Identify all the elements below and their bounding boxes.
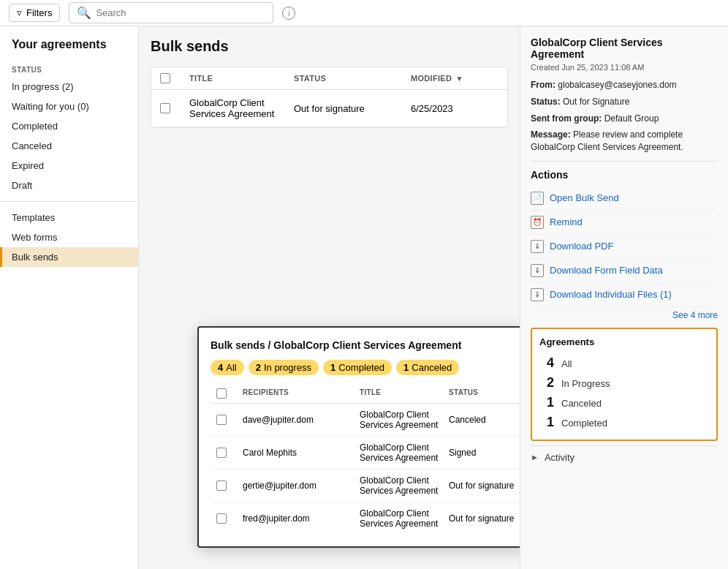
agreements-count-all: 4 xyxy=(539,355,554,371)
sidebar-item-completed[interactable]: Completed xyxy=(0,116,138,136)
sidebar-item-waiting[interactable]: Waiting for you (0) xyxy=(0,97,138,116)
topbar: ▿ Filters 🔍 i xyxy=(0,0,728,26)
filter-tab-all[interactable]: 4 All xyxy=(211,360,244,375)
rp-status: Status: Out for Signature xyxy=(531,96,718,108)
popup-row-3-checkbox[interactable] xyxy=(216,513,227,524)
popup-row-2-recipient: gertie@jupiter.dom xyxy=(243,481,360,491)
row-status: Out for signature xyxy=(294,103,411,114)
popup-row-3-recipient: fred@jupiter.dom xyxy=(243,513,360,524)
rp-action-label-individual: Download Individual Files (1) xyxy=(550,289,672,300)
rp-action-open-bulk-send[interactable]: 📄 Open Bulk Send xyxy=(531,186,718,211)
sidebar-item-canceled[interactable]: Canceled xyxy=(0,136,138,156)
right-panel: GlobalCorp Client Services Agreement Cre… xyxy=(520,26,728,569)
rp-sent-from-label: Sent from group: xyxy=(531,113,602,124)
search-input[interactable] xyxy=(96,7,265,18)
row-checkbox[interactable] xyxy=(160,103,170,113)
popup-row-0-recipient: dave@jupiter.dom xyxy=(243,415,360,425)
rp-from-label: From: xyxy=(531,80,556,90)
filters-button[interactable]: ▿ Filters xyxy=(9,4,60,22)
popup-row-2-title: GlobalCorp Client Services Agreement xyxy=(360,475,449,496)
filter-icon: ▿ xyxy=(17,7,22,18)
popup-row-2[interactable]: gertie@jupiter.dom GlobalCorp Client Ser… xyxy=(211,470,520,502)
rp-actions-title: Actions xyxy=(531,169,718,181)
sidebar-divider xyxy=(0,201,138,202)
popup-row-1-title: GlobalCorp Client Services Agreement xyxy=(360,442,449,463)
filters-label: Filters xyxy=(26,7,52,18)
sidebar-item-expired[interactable]: Expired xyxy=(0,156,138,176)
popup-row-2-checkbox[interactable] xyxy=(216,481,227,491)
status-section-label: STATUS xyxy=(0,60,138,77)
sidebar-item-web-forms[interactable]: Web forms xyxy=(0,227,138,247)
rp-agreement-title: GlobalCorp Client Services Agreement xyxy=(531,37,718,60)
rp-divider-1 xyxy=(531,161,718,162)
sort-icon: ▼ xyxy=(456,75,463,83)
agreements-box-title: Agreements xyxy=(539,336,709,347)
popup-row-1-recipient: Carol Mephits xyxy=(243,448,360,458)
header-title: TITLE xyxy=(189,74,294,83)
rp-message: Message: Please review and complete Glob… xyxy=(531,129,718,154)
agreements-label-canceled: Canceled xyxy=(561,398,602,409)
chevron-right-icon: ► xyxy=(531,453,539,461)
agreements-count-canceled: 1 xyxy=(539,395,554,410)
popup-row-0-title: GlobalCorp Client Services Agreement xyxy=(360,410,449,430)
sidebar-item-bulk-sends[interactable]: Bulk sends xyxy=(0,247,138,267)
popup-table-header: RECIPIENTS TITLE STATUS MODIFIED ▼ xyxy=(211,384,520,404)
rp-action-label-form: Download Form Field Data xyxy=(550,265,663,276)
rp-status-value: Out for Signature xyxy=(563,97,629,107)
popup-breadcrumb: Bulk sends / GlobalCorp Client Services … xyxy=(211,339,520,351)
bulk-sends-table: TITLE STATUS MODIFIED ▼ GlobalCorp Clien… xyxy=(151,67,508,128)
rp-sent-from-value: Default Group xyxy=(604,113,659,124)
rp-action-download-individual[interactable]: ⇓ Download Individual Files (1) xyxy=(531,283,718,307)
page-title: Bulk sends xyxy=(151,38,508,55)
sidebar-item-templates[interactable]: Templates xyxy=(0,208,138,227)
info-icon[interactable]: i xyxy=(282,7,295,20)
agreements-count-completed: 1 xyxy=(539,415,554,430)
rp-from: From: globalcasey@caseyjones.dom xyxy=(531,79,718,91)
popup-row-1-checkbox[interactable] xyxy=(216,448,227,458)
header-status: STATUS xyxy=(294,74,411,83)
sidebar-title: Your agreements xyxy=(0,38,138,60)
sidebar: Your agreements STATUS In progress (2) W… xyxy=(0,26,139,569)
popup-row-3[interactable]: fred@jupiter.dom GlobalCorp Client Servi… xyxy=(211,502,520,535)
rp-action-label-open: Open Bulk Send xyxy=(550,192,619,203)
see-more-link[interactable]: See 4 more xyxy=(531,307,718,320)
rp-action-download-pdf[interactable]: ⇓ Download PDF xyxy=(531,235,718,259)
popup-row-3-status: Out for signature xyxy=(449,513,520,524)
search-bar[interactable]: 🔍 xyxy=(69,2,273,23)
table-header: TITLE STATUS MODIFIED ▼ xyxy=(151,67,507,90)
sidebar-item-in-progress[interactable]: In progress (2) xyxy=(0,77,138,97)
row-title: GlobalCorp Client Services Agreement xyxy=(189,97,294,119)
sidebar-item-draft[interactable]: Draft xyxy=(0,176,138,195)
filter-tab-canceled[interactable]: 1 Canceled xyxy=(396,360,459,375)
popup-row-0-status: Canceled xyxy=(449,415,520,425)
filter-tab-completed[interactable]: 1 Completed xyxy=(323,360,392,375)
row-modified: 6/25/2023 xyxy=(411,103,498,114)
select-all-checkbox[interactable] xyxy=(160,73,170,83)
search-icon: 🔍 xyxy=(77,6,91,20)
rp-sent-from: Sent from group: Default Group xyxy=(531,113,718,125)
popup-row-0[interactable]: dave@jupiter.dom GlobalCorp Client Servi… xyxy=(211,404,520,437)
activity-row[interactable]: ► Activity xyxy=(531,445,718,469)
rp-action-label-remind: Remind xyxy=(550,216,583,227)
agreements-row-completed: 1 Completed xyxy=(539,412,709,432)
popup-col-status: STATUS xyxy=(449,388,520,399)
agreements-row-all: 4 All xyxy=(539,353,709,373)
rp-action-remind[interactable]: ⏰ Remind xyxy=(531,211,718,235)
table-row[interactable]: GlobalCorp Client Services Agreement Out… xyxy=(151,90,507,127)
popup-select-all[interactable] xyxy=(216,388,227,399)
filter-tab-in-progress[interactable]: 2 In progress xyxy=(249,360,319,375)
rp-action-label-pdf: Download PDF xyxy=(550,241,613,252)
header-checkbox-col xyxy=(160,73,189,83)
popup-row-1[interactable]: Carol Mephits GlobalCorp Client Services… xyxy=(211,437,520,470)
agreements-count-in-progress: 2 xyxy=(539,375,554,391)
activity-label: Activity xyxy=(545,452,575,463)
popup-row-0-checkbox[interactable] xyxy=(216,415,227,425)
open-bulk-send-icon: 📄 xyxy=(531,192,544,205)
download-pdf-icon: ⇓ xyxy=(531,240,544,253)
rp-status-label: Status: xyxy=(531,97,561,107)
rp-action-download-form[interactable]: ⇓ Download Form Field Data xyxy=(531,259,718,283)
popup-col-recipients: RECIPIENTS xyxy=(243,388,360,399)
popup-row-2-status: Out for signature xyxy=(449,481,520,491)
header-modified[interactable]: MODIFIED ▼ xyxy=(411,74,498,83)
remind-icon: ⏰ xyxy=(531,216,544,229)
